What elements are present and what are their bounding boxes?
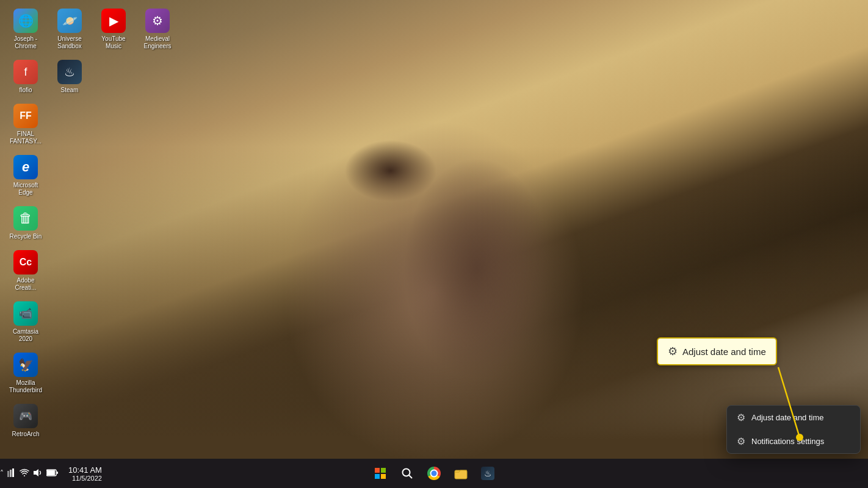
desktop-icon-camtasia[interactable]: 📹 Camtasia 2020 [6,299,45,345]
icon-row-5: 🗑 Recycle Bin [6,204,177,243]
system-tray-icons: ˄ [0,468,59,479]
youtube-music-icon: ▶ [101,9,126,33]
file-explorer-icon [454,467,468,480]
windows-logo-icon [375,468,386,479]
steam-taskbar-icon: ♨ [481,467,494,480]
joseph-chrome-label: Joseph - Chrome [9,35,43,50]
thunderbird-icon: 🦅 [13,353,38,377]
svg-rect-6 [10,470,12,477]
search-button[interactable] [395,461,419,486]
universe-sandbox-label: Universe Sandbox [52,35,87,50]
retroarch-icon: 🎮 [13,404,38,428]
taskbar: ♨ ˄ [0,459,868,488]
callout-gear-icon: ⚙ [668,345,678,358]
desktop-icon-steam[interactable]: ♨ Steam [50,57,89,96]
universe-sandbox-icon: 🪐 [57,9,82,33]
camtasia-label: Camtasia 2020 [9,328,43,343]
volume-icon[interactable] [33,468,43,479]
final-fantasy-label: FINAL FANTASY... [9,131,43,145]
adjust-datetime-label: Adjust date and time [751,413,824,422]
context-menu-adjust-datetime[interactable]: ⚙ Adjust date and time [727,406,860,429]
icon-row-8: 🦅 Mozilla Thunderbird [6,350,177,396]
callout-annotation: ⚙ Adjust date and time [657,337,777,365]
adobe-creative-label: Adobe Creati... [9,277,43,292]
icon-row-3: FF FINAL FANTASY... [6,101,177,148]
flolio-icon: f [13,60,38,84]
chrome-taskbar-button[interactable] [422,461,446,486]
taskbar-system-tray: ˄ [0,463,107,484]
desktop-icon-joseph-chrome[interactable]: 🌐 Joseph - Chrome [6,6,45,52]
callout-text: Adjust date and time [682,346,766,357]
desktop-icons-container: 🌐 Joseph - Chrome 🪐 Universe Sandbox ▶ Y… [6,6,177,440]
taskbar-center-icons: ♨ [368,461,500,486]
flolio-label: flofio [19,87,32,94]
medieval-engineers-icon: ⚙ [145,9,170,33]
desktop-icon-medieval-engineers[interactable]: ⚙ Medieval Engineers [138,6,177,52]
desktop-icon-thunderbird[interactable]: 🦅 Mozilla Thunderbird [6,350,45,396]
chrome-taskbar-icon [427,467,441,480]
notifications-settings-label: Notifications settings [751,437,824,446]
desktop-icon-retroarch[interactable]: 🎮 RetroArch [6,401,45,440]
clock-area[interactable]: 10:41 AM 11/5/2022 [63,463,107,484]
svg-rect-10 [47,470,55,475]
recycle-bin-label: Recycle Bin [10,233,42,240]
svg-rect-11 [57,472,58,474]
icon-row-1: 🌐 Joseph - Chrome 🪐 Universe Sandbox ▶ Y… [6,6,177,52]
desktop-icon-recycle-bin[interactable]: 🗑 Recycle Bin [6,204,45,243]
adjust-datetime-icon: ⚙ [737,412,745,423]
network-icon[interactable] [7,468,16,479]
icon-row-4: e Microsoft Edge [6,152,177,199]
icon-row-6: Cc Adobe Creati... [6,248,177,294]
file-explorer-button[interactable] [449,461,473,486]
notifications-settings-icon: ⚙ [737,436,745,447]
svg-marker-8 [34,469,38,476]
svg-rect-4 [455,470,467,479]
icon-row-9: 🎮 RetroArch [6,401,177,440]
desktop-icon-universe-sandbox[interactable]: 🪐 Universe Sandbox [50,6,89,52]
desktop-icon-microsoft-edge[interactable]: e Microsoft Edge [6,152,45,199]
steam-icon: ♨ [57,60,82,84]
svg-rect-5 [7,471,9,477]
steam-label: Steam [61,87,79,94]
search-icon [401,467,413,479]
thunderbird-label: Mozilla Thunderbird [9,379,43,394]
adobe-creative-icon: Cc [13,250,38,274]
youtube-music-label: YouTube Music [96,35,131,50]
icon-row-7: 📹 Camtasia 2020 [6,299,177,345]
microsoft-edge-icon: e [13,155,38,179]
wifi-icon[interactable] [20,468,29,479]
clock-time: 10:41 AM [68,465,102,475]
recycle-bin-icon: 🗑 [13,206,38,231]
final-fantasy-icon: FF [13,104,38,128]
joseph-chrome-icon: 🌐 [13,9,38,33]
medieval-engineers-label: Medieval Engineers [140,35,175,50]
retroarch-label: RetroArch [12,431,39,438]
svg-point-2 [403,469,410,476]
start-button[interactable] [368,461,392,486]
microsoft-edge-label: Microsoft Edge [9,182,43,196]
camtasia-icon: 📹 [13,301,38,326]
context-menu-notifications-settings[interactable]: ⚙ Notifications settings [727,429,860,453]
desktop-icon-final-fantasy[interactable]: FF FINAL FANTASY... [6,101,45,148]
battery-icon[interactable] [46,468,59,478]
system-tray-chevron[interactable]: ˄ [0,469,4,478]
desktop-icon-adobe-creative[interactable]: Cc Adobe Creati... [6,248,45,294]
svg-rect-7 [12,468,14,477]
desktop-icon-youtube-music[interactable]: ▶ YouTube Music [94,6,133,52]
icon-row-2: f flofio ♨ Steam [6,57,177,96]
clock-date: 11/5/2022 [72,475,102,482]
desktop-icon-flolio[interactable]: f flofio [6,57,45,96]
context-menu: ⚙ Adjust date and time ⚙ Notifications s… [726,405,861,454]
steam-taskbar-button[interactable]: ♨ [476,461,500,486]
svg-line-3 [409,475,412,478]
